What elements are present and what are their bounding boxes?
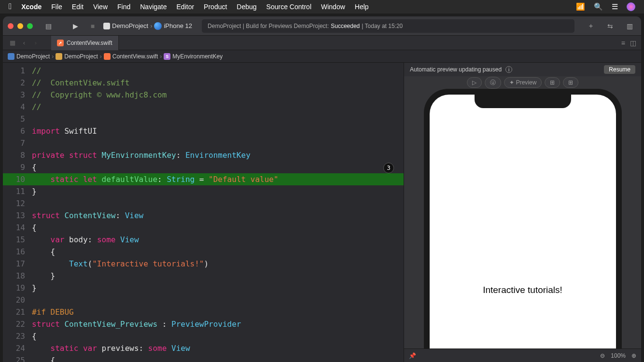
back-icon[interactable]: ‹ <box>18 39 30 46</box>
line-content[interactable]: struct ContentView_Previews : PreviewPro… <box>32 318 404 330</box>
control-center-icon[interactable]: ☰ <box>612 2 618 11</box>
line-content[interactable]: static let defaultValue: String = "Defau… <box>32 173 404 185</box>
code-line[interactable]: 5 <box>3 113 404 125</box>
apple-menu-icon[interactable]:  <box>9 2 12 12</box>
menu-edit[interactable]: Edit <box>72 3 84 11</box>
editor-tab[interactable]: ➚ ContentView.swift <box>51 36 119 50</box>
code-line[interactable]: 18 } <box>3 270 404 282</box>
scheme-selector[interactable]: DemoProject › iPhone 12 <box>103 22 192 30</box>
library-icon[interactable]: ⇆ <box>603 20 617 32</box>
canvas-area[interactable]: Interactive tutorials! <box>404 76 641 348</box>
line-content[interactable]: Text("Interactive tutorials!") <box>32 258 404 270</box>
code-line[interactable]: 15 var body: some View <box>3 234 404 246</box>
adjust-editor-icon[interactable]: ◫ <box>630 39 636 47</box>
line-content[interactable]: struct ContentView: View <box>32 209 404 222</box>
code-line[interactable]: 21#if DEBUG <box>3 306 404 318</box>
line-content[interactable] <box>32 137 404 149</box>
code-line[interactable]: 8private struct MyEnvironmentKey: Enviro… <box>3 149 404 161</box>
line-content[interactable]: static var previews: some View <box>32 342 404 354</box>
line-content[interactable] <box>32 113 404 125</box>
menu-product[interactable]: Product <box>204 3 227 11</box>
breadcrumb-symbol[interactable]: MyEnvironmentKey <box>172 53 223 60</box>
line-content[interactable]: // <box>32 65 404 77</box>
run-button-icon[interactable]: ▶ <box>69 20 82 32</box>
line-content[interactable]: { <box>32 161 404 173</box>
code-fold-badge[interactable]: 3 <box>383 163 394 173</box>
zoom-level[interactable]: 100% <box>611 352 626 359</box>
line-content[interactable]: } <box>32 282 404 294</box>
code-line[interactable]: 14{ <box>3 222 404 234</box>
toggle-inspector-icon[interactable]: ▥ <box>623 20 636 32</box>
line-content[interactable]: { <box>32 354 404 362</box>
breadcrumb-file[interactable]: ContentView.swift <box>112 53 158 60</box>
code-line[interactable]: 6import SwiftUI <box>3 125 404 137</box>
siri-icon[interactable] <box>627 2 635 11</box>
line-content[interactable]: } <box>32 185 404 197</box>
code-line[interactable]: 2// ContentView.swift <box>3 77 404 89</box>
preview-label-pill[interactable]: ✦ Preview <box>504 77 542 88</box>
code-line[interactable]: 17 Text("Interactive tutorials!") <box>3 258 404 270</box>
code-line[interactable]: 16 { <box>3 246 404 258</box>
code-line[interactable]: 19} <box>3 282 404 294</box>
menu-file[interactable]: File <box>51 3 62 11</box>
app-name[interactable]: Xcode <box>21 3 42 11</box>
line-content[interactable]: { <box>32 246 404 258</box>
minimize-window-button[interactable] <box>17 23 23 29</box>
code-line[interactable]: 1// <box>3 65 404 77</box>
related-items-icon[interactable]: ▦ <box>7 39 18 46</box>
breadcrumb-folder[interactable]: DemoProject <box>64 53 98 60</box>
menu-debug[interactable]: Debug <box>237 3 256 11</box>
line-content[interactable]: { <box>32 330 404 342</box>
code-line[interactable]: 10 static let defaultValue: String = "De… <box>3 173 404 185</box>
code-editor[interactable]: 1//2// ContentView.swift3// Copyright © … <box>3 63 404 362</box>
close-window-button[interactable] <box>8 23 14 29</box>
resume-button[interactable]: Resume <box>604 65 635 74</box>
stop-button-icon[interactable]: ■ <box>86 20 99 32</box>
code-line[interactable]: 13struct ContentView: View <box>3 209 404 222</box>
menu-source-control[interactable]: Source Control <box>266 3 311 11</box>
inspect-icon[interactable]: ⊞ <box>545 77 560 88</box>
pin-preview-icon[interactable]: 📌 <box>409 352 416 359</box>
line-content[interactable]: } <box>32 270 404 282</box>
code-line[interactable]: 11} <box>3 185 404 197</box>
code-line[interactable]: 20 <box>3 294 404 306</box>
line-content[interactable]: { <box>32 222 404 234</box>
line-content[interactable] <box>32 197 404 209</box>
code-line[interactable]: 24 static var previews: some View <box>3 342 404 354</box>
code-line[interactable]: 7 <box>3 137 404 149</box>
line-content[interactable]: private struct MyEnvironmentKey: Environ… <box>32 149 404 161</box>
menu-help[interactable]: Help <box>355 3 369 11</box>
zoom-out-icon[interactable]: ⊖ <box>600 352 605 359</box>
breadcrumb-project[interactable]: DemoProject <box>16 53 50 60</box>
code-line[interactable]: 3// Copyright © www.hdjc8.com <box>3 89 404 101</box>
toggle-navigator-icon[interactable]: ▤ <box>42 20 55 32</box>
code-line[interactable]: 23{ <box>3 330 404 342</box>
code-line[interactable]: 22struct ContentView_Previews : PreviewP… <box>3 318 404 330</box>
line-content[interactable]: var body: some View <box>32 234 404 246</box>
line-content[interactable]: // <box>32 101 404 113</box>
info-icon[interactable]: i <box>505 66 512 73</box>
code-line[interactable]: 4// <box>3 101 404 113</box>
menu-editor[interactable]: Editor <box>177 3 195 11</box>
add-icon[interactable]: ＋ <box>584 20 598 32</box>
preview-device-icon[interactable]: ⓤ <box>485 77 501 89</box>
zoom-window-button[interactable] <box>27 23 33 29</box>
code-line[interactable]: 9{ <box>3 161 404 173</box>
menu-view[interactable]: View <box>93 3 108 11</box>
spotlight-icon[interactable]: 🔍 <box>594 2 603 11</box>
line-content[interactable]: #if DEBUG <box>32 306 404 318</box>
editor-options-icon[interactable]: ≡ <box>621 39 625 47</box>
duplicate-preview-icon[interactable]: ⊞ <box>563 77 578 88</box>
line-content[interactable] <box>32 294 404 306</box>
menu-find[interactable]: Find <box>117 3 130 11</box>
wifi-icon[interactable]: 📶 <box>576 2 585 11</box>
menu-navigate[interactable]: Navigate <box>140 3 167 11</box>
live-preview-icon[interactable]: ▷ <box>467 77 482 88</box>
zoom-in-icon[interactable]: ⊕ <box>631 352 636 359</box>
menu-window[interactable]: Window <box>321 3 345 11</box>
jump-bar[interactable]: DemoProject › DemoProject › ContentView.… <box>3 50 641 63</box>
forward-icon[interactable]: › <box>30 39 42 46</box>
code-line[interactable]: 25 { <box>3 354 404 362</box>
line-content[interactable]: // ContentView.swift <box>32 77 404 89</box>
line-content[interactable]: import SwiftUI <box>32 125 404 137</box>
